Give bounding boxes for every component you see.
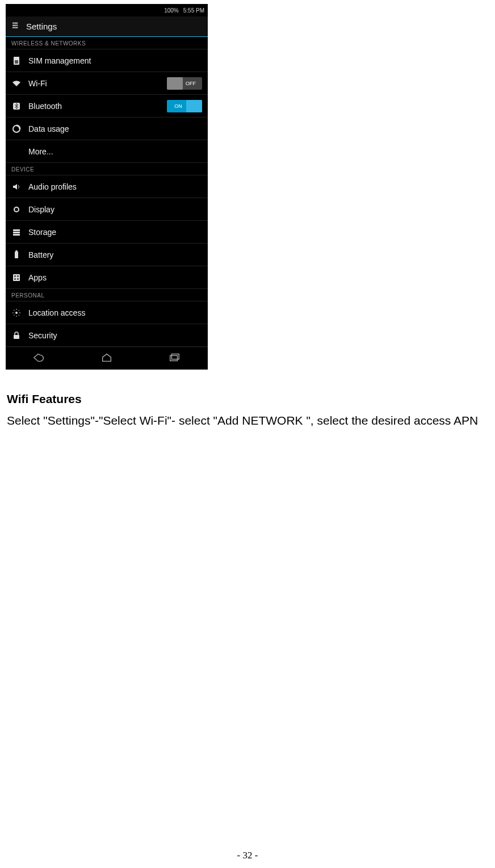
row-apps[interactable]: Apps <box>6 266 208 289</box>
svg-point-6 <box>15 24 17 26</box>
bluetooth-icon <box>11 102 22 111</box>
svg-rect-18 <box>16 250 18 251</box>
bluetooth-label: Bluetooth <box>28 102 160 111</box>
row-storage[interactable]: Storage <box>6 221 208 244</box>
apps-label: Apps <box>28 273 202 282</box>
svg-rect-21 <box>17 275 19 277</box>
storage-label: Storage <box>28 228 202 237</box>
svg-rect-14 <box>13 229 20 231</box>
svg-rect-9 <box>15 60 18 64</box>
recent-button[interactable] <box>168 353 181 364</box>
location-icon <box>11 308 22 317</box>
sim-icon <box>11 56 22 65</box>
title-bar: Settings <box>6 16 208 37</box>
svg-rect-15 <box>13 232 20 233</box>
wifi-toggle-label: OFF <box>186 81 196 86</box>
page-title: Settings <box>26 22 57 31</box>
display-icon <box>11 205 22 214</box>
nav-bar <box>6 347 208 370</box>
svg-rect-20 <box>14 275 16 277</box>
audio-label: Audio profiles <box>28 182 202 191</box>
security-label: Security <box>28 331 202 340</box>
lock-icon <box>11 331 22 340</box>
doc-paragraph: Select "Settings"-"Select Wi-Fi"- select… <box>7 413 489 429</box>
row-bluetooth[interactable]: Bluetooth ON <box>6 95 208 118</box>
svg-rect-23 <box>17 278 19 280</box>
storage-icon <box>11 228 22 237</box>
row-data-usage[interactable]: Data usage <box>6 118 208 140</box>
apps-icon <box>11 273 22 282</box>
settings-icon <box>11 21 20 32</box>
back-button[interactable] <box>33 353 45 364</box>
row-audio[interactable]: Audio profiles <box>6 175 208 198</box>
svg-point-5 <box>13 22 15 24</box>
more-label: More... <box>28 147 202 156</box>
row-sim[interactable]: SIM management <box>6 49 208 72</box>
bluetooth-toggle-label: ON <box>174 103 182 109</box>
page-number: - 32 - <box>0 850 495 861</box>
data-usage-icon <box>11 124 22 133</box>
display-label: Display <box>28 205 202 214</box>
row-more[interactable]: More... <box>6 140 208 163</box>
svg-point-24 <box>15 312 18 314</box>
battery-label: Battery <box>28 250 202 259</box>
home-button[interactable] <box>100 353 113 364</box>
section-device-header: DEVICE <box>6 163 208 175</box>
clock: 5:55 PM <box>183 7 204 14</box>
row-security[interactable]: Security <box>6 324 208 347</box>
section-personal-header: PERSONAL <box>6 289 208 301</box>
phone-screenshot: 100% 5:55 PM Settings WIRELESS & NETWORK… <box>6 4 208 370</box>
wifi-toggle[interactable]: OFF <box>167 77 202 90</box>
status-bar: 100% 5:55 PM <box>6 4 208 16</box>
row-display[interactable]: Display <box>6 198 208 221</box>
row-location[interactable]: Location access <box>6 301 208 324</box>
svg-point-7 <box>14 27 16 28</box>
wifi-label: Wi-Fi <box>28 79 160 88</box>
document-body: Wifi Features Select "Settings"-"Select … <box>7 392 489 429</box>
battery-setting-icon <box>11 250 22 259</box>
svg-rect-27 <box>171 354 179 359</box>
svg-rect-16 <box>13 234 20 236</box>
data-usage-label: Data usage <box>28 124 202 133</box>
audio-icon <box>11 182 22 191</box>
sim-label: SIM management <box>28 56 202 65</box>
svg-rect-25 <box>14 335 19 339</box>
battery-pct: 100% <box>164 7 179 14</box>
wifi-icon <box>11 79 22 88</box>
location-label: Location access <box>28 308 202 317</box>
bluetooth-toggle[interactable]: ON <box>167 100 202 112</box>
svg-rect-22 <box>14 278 16 280</box>
doc-heading: Wifi Features <box>7 392 489 406</box>
svg-point-13 <box>15 208 18 211</box>
row-wifi[interactable]: Wi-Fi OFF <box>6 72 208 95</box>
svg-rect-17 <box>15 251 18 258</box>
row-battery[interactable]: Battery <box>6 244 208 266</box>
section-wireless-header: WIRELESS & NETWORKS <box>6 37 208 49</box>
svg-rect-19 <box>13 274 20 281</box>
svg-rect-26 <box>170 355 177 360</box>
